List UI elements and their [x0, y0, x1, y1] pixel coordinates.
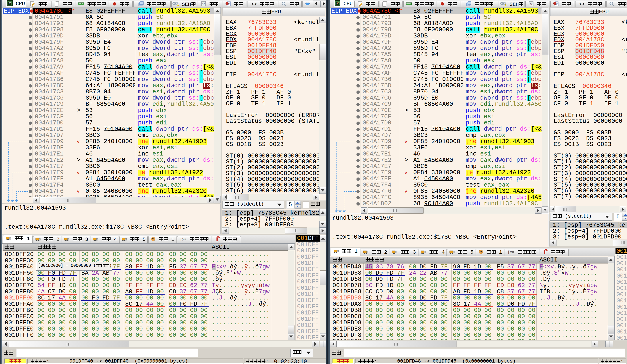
svg-text:<>: <> [529, 2, 533, 6]
svg-text:32: 32 [9, 2, 11, 4]
svg-text:<>: <> [251, 1, 257, 6]
svg-text:<>: <> [202, 2, 205, 6]
svg-text:<>: <> [579, 1, 585, 6]
svg-text:[x=]: [x=] [180, 237, 187, 242]
svg-text:32: 32 [337, 2, 339, 4]
svg-text:[x=]: [x=] [508, 250, 515, 254]
